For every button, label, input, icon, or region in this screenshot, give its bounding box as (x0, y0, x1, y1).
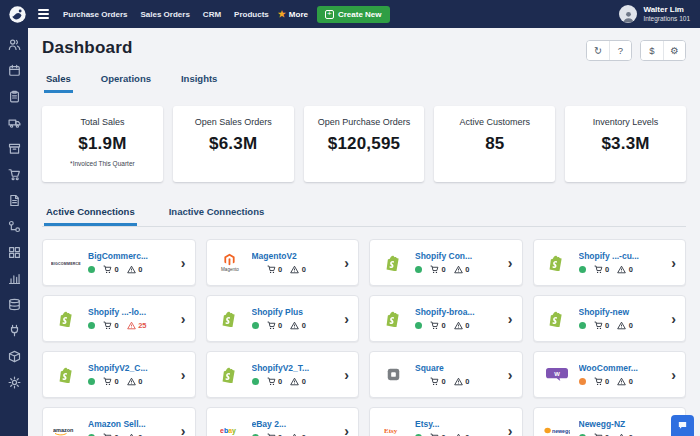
connection-name[interactable]: Square (415, 363, 498, 373)
connection-card[interactable]: amazonAmazon Sell...00› (42, 407, 196, 436)
ebay-logo: ebay (216, 426, 244, 435)
orders-count: 0 (430, 265, 446, 274)
nav-link-sales-orders[interactable]: Sales Orders (140, 10, 189, 19)
data-icon[interactable] (8, 298, 21, 311)
etsy-logo: Etsy (379, 426, 407, 435)
settings-button[interactable]: ⚙ (663, 41, 685, 60)
nav-more[interactable]: ★ More (278, 10, 308, 19)
connection-card[interactable]: neweggNewegg-NZ00› (533, 407, 687, 436)
connection-card[interactable]: EtsyEtsy...00› (369, 407, 523, 436)
apps-icon[interactable] (8, 246, 21, 259)
alerts-count: 0 (290, 265, 306, 274)
tab-insights[interactable]: Insights (179, 69, 219, 93)
shopify-logo (543, 255, 571, 271)
magento-logo: Magento (216, 253, 244, 272)
connection-card[interactable]: WWooCommer...00› (533, 351, 687, 398)
tab-operations[interactable]: Operations (99, 69, 153, 93)
chevron-right-icon: › (508, 256, 513, 270)
connection-card[interactable]: ShopifyV2_T...00› (206, 351, 360, 398)
kpi-label: Open Purchase Orders (310, 117, 419, 127)
chevron-right-icon: › (181, 368, 186, 382)
connection-name[interactable]: eBay 2... (252, 419, 335, 429)
connection-name[interactable]: Newegg-NZ (579, 419, 662, 429)
tab-active-connections[interactable]: Active Connections (44, 202, 137, 226)
alerts-count: 0 (290, 321, 306, 330)
chevron-right-icon: › (671, 312, 676, 326)
nav-link-crm[interactable]: CRM (203, 10, 221, 19)
kpi-label: Open Sales Orders (179, 117, 288, 127)
tab-sales[interactable]: Sales (44, 69, 73, 93)
primary-nav: Purchase OrdersSales OrdersCRMProducts (63, 10, 269, 19)
reports-icon[interactable] (8, 272, 21, 285)
connection-name[interactable]: Shopify Plus (252, 307, 335, 317)
connection-card[interactable]: Shopify ...-lo...025› (42, 295, 196, 342)
orders-icon[interactable] (8, 90, 21, 103)
connection-name[interactable]: Shopify ...-cu... (579, 251, 662, 261)
connection-name[interactable]: Shopify-new (579, 307, 662, 317)
chat-widget-button[interactable] (671, 415, 694, 436)
app-logo[interactable] (8, 5, 27, 24)
refresh-icon: ↻ (594, 45, 602, 56)
nav-link-purchase-orders[interactable]: Purchase Orders (63, 10, 127, 19)
connection-name[interactable]: ShopifyV2_C... (88, 363, 171, 373)
settings-icon[interactable] (8, 376, 21, 389)
inventory-icon[interactable] (8, 142, 21, 155)
tab-inactive-connections[interactable]: Inactive Connections (167, 202, 267, 226)
connection-name[interactable]: Shopify ...-lo... (88, 307, 171, 317)
connection-card[interactable]: BIGCOMMERCEBigCommerc...00› (42, 239, 196, 286)
connection-card[interactable]: Shopify ...-cu...00› (533, 239, 687, 286)
chevron-right-icon: › (508, 312, 513, 326)
kpi-note: *Invoiced This Quarter (48, 160, 157, 167)
connection-name[interactable]: Etsy... (415, 419, 498, 429)
amazon-logo: amazon (52, 426, 80, 436)
star-icon: ★ (278, 10, 286, 19)
kpi-label: Inventory Levels (571, 117, 680, 127)
connection-name[interactable]: MagentoV2 (252, 251, 335, 261)
connection-name[interactable]: Amazon Sell... (88, 419, 171, 429)
refresh-button[interactable]: ↻ (587, 41, 609, 60)
create-new-button[interactable]: + Create New (317, 6, 390, 23)
purchases-icon[interactable] (8, 168, 21, 181)
connection-card[interactable]: ebayeBay 2...00› (206, 407, 360, 436)
orders-count: 0 (594, 265, 610, 274)
status-dot (579, 378, 586, 385)
page-header: Dashboard ↻ ? $ ⚙ (42, 38, 686, 61)
connection-name[interactable]: WooCommer... (579, 363, 662, 373)
kpi-card: Open Purchase Orders$120,595 (304, 106, 425, 182)
orders-count: 0 (594, 321, 610, 330)
connection-card[interactable]: Shopify-broa...00› (369, 295, 523, 342)
status-dot (579, 322, 586, 329)
kpi-value: $1.9M (48, 134, 157, 154)
connection-name[interactable]: Shopify Con... (415, 251, 498, 261)
connection-card[interactable]: Shopify Con...00› (369, 239, 523, 286)
fulfillment-icon[interactable] (8, 116, 21, 129)
customers-icon[interactable] (8, 38, 21, 51)
shipments-icon[interactable] (8, 350, 21, 363)
connection-card[interactable]: Square00› (369, 351, 523, 398)
main-content: Dashboard ↻ ? $ ⚙ SalesOperationsInsight… (28, 28, 700, 436)
workflows-icon[interactable] (8, 220, 21, 233)
kpi-value: $6.3M (179, 134, 288, 154)
kpi-card: Active Customers85 (434, 106, 555, 182)
invoices-icon[interactable] (8, 194, 21, 207)
connection-card[interactable]: Shopify-new00› (533, 295, 687, 342)
connection-name[interactable]: BigCommerc... (88, 251, 171, 261)
svg-text:Etsy: Etsy (384, 427, 398, 435)
status-dot (415, 322, 422, 329)
menu-icon[interactable] (36, 7, 51, 21)
alerts-count: 0 (454, 265, 470, 274)
connection-name[interactable]: ShopifyV2_T... (252, 363, 335, 373)
calendar-icon[interactable] (8, 64, 21, 77)
connection-card[interactable]: Shopify Plus00› (206, 295, 360, 342)
connection-name[interactable]: Shopify-broa... (415, 307, 498, 317)
alerts-count: 25 (127, 321, 147, 330)
connection-card[interactable]: MagentoMagentoV200› (206, 239, 360, 286)
top-navbar: Purchase OrdersSales OrdersCRMProducts ★… (0, 0, 700, 28)
user-menu[interactable]: Walter Lim Integrations 101 (619, 5, 692, 23)
app-logo-icon (8, 5, 27, 24)
help-button[interactable]: ? (609, 41, 631, 60)
connection-card[interactable]: ShopifyV2_C...00› (42, 351, 196, 398)
billing-button[interactable]: $ (641, 41, 663, 60)
integrations-icon[interactable] (8, 324, 21, 337)
nav-link-products[interactable]: Products (234, 10, 269, 19)
